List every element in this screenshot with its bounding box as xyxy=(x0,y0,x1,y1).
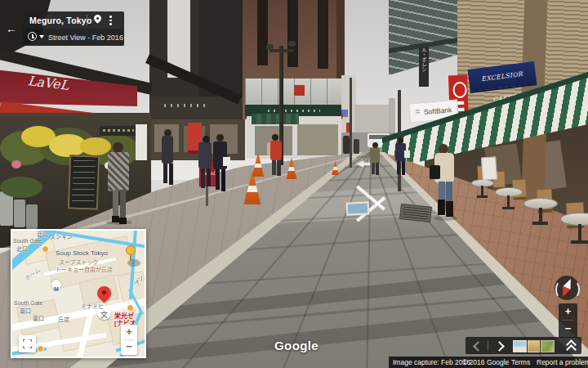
window-slot xyxy=(318,0,328,69)
person-boot xyxy=(112,216,119,222)
search-result-pin[interactable] xyxy=(126,245,140,268)
attribution-bar: Image capture: Feb 2016 © 2016 Google Te… xyxy=(389,357,588,368)
map-zoom-control: + − xyxy=(121,325,137,355)
person-cream-cardigan xyxy=(428,144,459,221)
pin-head xyxy=(126,245,136,255)
map-label: 丘店 xyxy=(58,315,69,323)
prev-pano-button[interactable] xyxy=(470,339,483,352)
flower-bucket xyxy=(26,204,38,229)
person-leg xyxy=(221,169,225,191)
person-houndstooth xyxy=(101,142,134,226)
map-label: 北口 xyxy=(16,245,28,253)
person-boot xyxy=(438,200,445,215)
person-head xyxy=(272,134,278,141)
distant-buildings-far xyxy=(354,105,390,134)
collapse-control[interactable] xyxy=(564,338,578,353)
sign-emblem xyxy=(452,82,467,99)
shop-window xyxy=(297,124,338,155)
map-label: 南口 xyxy=(20,307,31,315)
map-zoom-out-button[interactable]: − xyxy=(121,340,137,354)
person-leg xyxy=(201,168,205,188)
thumbnail-map[interactable] xyxy=(513,340,527,352)
building-mid-left xyxy=(149,0,245,102)
person-pair xyxy=(196,134,230,193)
pano-zoom-control: + − xyxy=(559,303,577,338)
green-lettering xyxy=(103,129,134,132)
map-zoom-in-button[interactable]: + xyxy=(121,325,137,339)
map-label: Soup Stock Tokyo xyxy=(56,249,108,257)
foliage xyxy=(0,177,42,198)
thumbnail-imagery[interactable] xyxy=(528,340,540,352)
menu-stand xyxy=(481,156,497,180)
chevron-down-icon xyxy=(39,35,44,38)
lamp-head xyxy=(288,41,296,47)
map-label: スンキン xyxy=(50,232,73,240)
cafe-table xyxy=(523,198,556,227)
table-top xyxy=(560,213,588,226)
pin-dot xyxy=(102,290,106,294)
map-label: South Gate xyxy=(14,300,42,306)
person-head xyxy=(398,137,403,143)
thumbnail-satellite[interactable] xyxy=(541,340,555,352)
person-leg xyxy=(376,163,379,175)
three-dot-menu-icon[interactable] xyxy=(107,15,114,26)
streetview-date: Street View - Feb 2016 xyxy=(48,34,123,42)
building-center-brick xyxy=(243,0,345,119)
location-panel: Meguro, Tokyo Street View - Feb 2016 xyxy=(23,11,124,46)
map-label: 北口 xyxy=(37,231,48,238)
person-leg xyxy=(272,160,276,175)
person-leg xyxy=(402,161,405,175)
place-pin-icon[interactable] xyxy=(93,15,102,25)
map-label: South Gate xyxy=(13,238,42,244)
pin-hole xyxy=(96,17,99,20)
streetview-row[interactable]: Street View - Feb 2016 xyxy=(23,29,124,46)
green-awning xyxy=(252,114,299,124)
shopping-bag xyxy=(404,150,410,158)
person-body xyxy=(270,141,282,160)
table-base xyxy=(571,240,588,244)
table-leg xyxy=(507,195,510,208)
google-watermark: Google xyxy=(274,339,318,352)
person-jeans xyxy=(446,182,452,202)
compass[interactable] xyxy=(555,276,579,300)
chalk-writing xyxy=(72,160,96,205)
back-arrow-icon[interactable]: ← xyxy=(3,22,20,35)
person-coat xyxy=(108,152,129,191)
chalkboard-sign xyxy=(68,155,100,209)
zoom-in-button[interactable]: + xyxy=(559,303,577,320)
terms-link[interactable]: Terms xyxy=(511,358,530,366)
distant-pole xyxy=(350,78,352,168)
person-boot xyxy=(119,218,127,224)
place-badge-glyph: 文 xyxy=(100,311,108,319)
report-problem-link[interactable]: Report a problem xyxy=(537,358,588,366)
vertical-sign-text: ル・ボレン xyxy=(419,47,429,72)
person-leg xyxy=(216,169,220,190)
person-leg xyxy=(277,160,281,176)
minimap-canvas[interactable]: M 文 北口 スンキン South Gate 北口 Soup Stock Tok… xyxy=(12,231,145,357)
fascia-lettering xyxy=(268,110,320,112)
tile-plaque xyxy=(346,201,370,215)
minimap[interactable]: M 文 北口 スンキン South Gate 北口 Soup Stock Tok… xyxy=(11,229,146,358)
fascia-lettering xyxy=(164,104,207,107)
person-body xyxy=(370,148,380,163)
map-fullscreen-button[interactable] xyxy=(19,335,36,352)
map-label: 南口 xyxy=(33,314,44,322)
person-leg xyxy=(207,168,211,186)
shopping-bag xyxy=(223,157,230,166)
station-icon: M xyxy=(51,280,61,289)
dot xyxy=(109,20,112,22)
pano-nav-bar xyxy=(466,337,581,354)
flower-bucket xyxy=(14,200,25,227)
zoom-out-button[interactable]: − xyxy=(559,321,577,337)
chevron-left-icon xyxy=(473,341,483,352)
softbank-logo: = xyxy=(415,106,421,115)
green-shop-sign xyxy=(100,126,139,136)
location-row: Meguro, Tokyo xyxy=(23,11,124,29)
softbank-text: SoftBank xyxy=(424,105,452,116)
person-leg xyxy=(397,161,400,174)
next-pano-button[interactable] xyxy=(492,339,507,352)
window-slot xyxy=(257,0,268,65)
person-leg xyxy=(113,190,118,218)
nav-divider xyxy=(488,340,488,351)
person xyxy=(368,142,382,177)
